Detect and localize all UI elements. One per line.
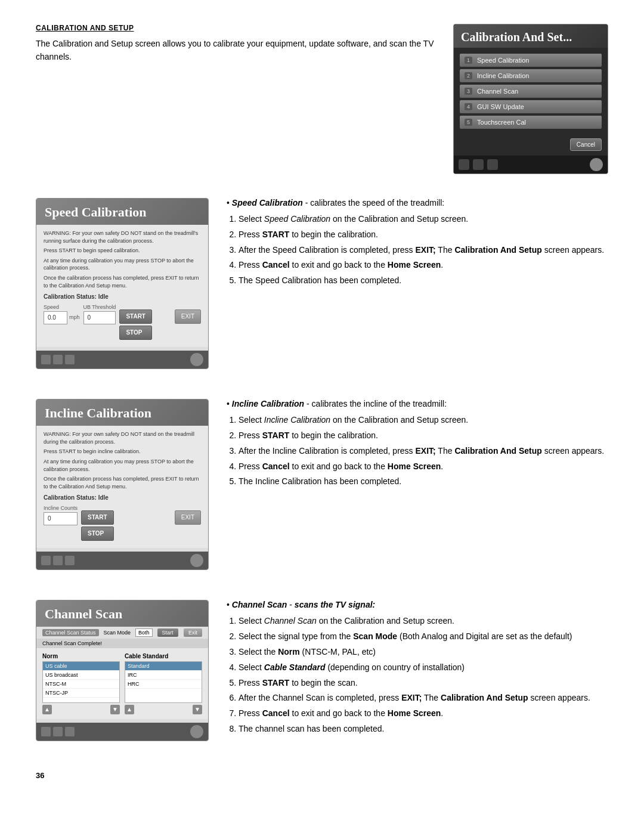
- norm-item-1[interactable]: US cable: [43, 662, 119, 671]
- channel-step-8: The channel scan has been completed.: [239, 722, 608, 736]
- std-item-3[interactable]: HRC: [125, 680, 202, 689]
- incline-exit-button[interactable]: EXIT: [175, 510, 201, 525]
- channel-step-6: After the Channel Scan is completed, pre…: [239, 691, 608, 705]
- speed-bottom-circle: [190, 353, 203, 366]
- speed-start-button[interactable]: START: [119, 309, 152, 324]
- norm-down-icon[interactable]: ▼: [110, 705, 120, 714]
- channel-scan-status-label: Channel Scan Status: [42, 629, 99, 636]
- speed-bottom-icon-3: [65, 355, 75, 364]
- incline-step-3: After the Incline Calibration is complet…: [239, 444, 608, 459]
- cal-menu-item-4[interactable]: 4 GUI SW Update: [460, 100, 602, 113]
- channel-step-2: Select the signal type from the Scan Mod…: [239, 630, 608, 644]
- incline-value[interactable]: 0: [44, 512, 78, 525]
- bottom-icon-3: [487, 159, 498, 170]
- channel-screen-title: Channel Scan: [36, 600, 208, 627]
- incline-counts-label: Incline Counts: [44, 504, 78, 512]
- incline-steps-list: Select Incline Calibration on the Calibr…: [227, 413, 608, 489]
- ub-threshold-value[interactable]: 0: [83, 311, 116, 324]
- speed-screen-title: Speed Calibration: [36, 199, 208, 225]
- speed-value[interactable]: 0.0: [44, 311, 67, 324]
- incline-calibration-section: Incline Calibration WARNING: For your ow…: [36, 399, 608, 570]
- channel-steps-list: Select Channel Scan on the Calibration a…: [227, 614, 608, 736]
- speed-exit-button[interactable]: EXIT: [175, 309, 201, 324]
- item-num-3: 3: [465, 88, 472, 95]
- channel-bottom-circle: [190, 725, 203, 738]
- incline-screen-bottom-bar: [36, 552, 208, 569]
- top-text: CALIBRATION AND SETUP The Calibration an…: [36, 24, 435, 174]
- incline-bottom-icon-2: [53, 556, 63, 565]
- cal-menu-item-1[interactable]: 1 Speed Calibration: [460, 54, 602, 67]
- speed-step-3: After the Speed Calibration is completed…: [239, 243, 608, 258]
- cal-menu-item-5[interactable]: 5 Touchscreen Cal: [460, 116, 602, 129]
- std-item-1[interactable]: Standard: [125, 662, 202, 671]
- incline-bottom-icon-3: [65, 556, 75, 565]
- incline-start-button[interactable]: START: [81, 510, 114, 525]
- incline-screen-title: Incline Calibration: [36, 400, 208, 426]
- norm-item-2[interactable]: US broadcast: [43, 671, 119, 680]
- incline-screen-body: WARNING: For your own safety DO NOT stan…: [36, 426, 208, 548]
- channel-scan-complete-row: Channel Scan Complete!: [36, 639, 208, 648]
- incline-press-start: Press START to begin incline calibration…: [44, 448, 201, 456]
- incline-stop-button[interactable]: STOP: [81, 527, 114, 541]
- channel-scan-status-row: Channel Scan Status Scan Mode Both Start…: [36, 627, 208, 639]
- cal-cancel-button[interactable]: Cancel: [570, 138, 602, 151]
- speed-step-4: Press Cancel to exit and go back to the …: [239, 258, 608, 272]
- std-down-icon[interactable]: ▼: [193, 705, 202, 714]
- cable-standard-header: Cable Standard: [125, 653, 202, 659]
- speed-status: Calibration Status: Idle: [44, 293, 201, 301]
- speed-stop-button[interactable]: STOP: [119, 326, 152, 340]
- speed-steps-list: Select Speed Calibration on the Calibrat…: [227, 212, 608, 288]
- channel-standard-col: Cable Standard Standard IRC HRC ▲ ▼: [125, 653, 202, 714]
- incline-bullet-title: • Incline Calibration - calibrates the i…: [227, 399, 608, 408]
- incline-bottom-icon-1: [41, 556, 51, 565]
- norm-item-3[interactable]: NTSC-M: [43, 680, 119, 689]
- speed-complete-note: Once the calibration process has complet…: [44, 274, 201, 289]
- channel-step-7: Press Cancel to exit and go back to the …: [239, 707, 608, 721]
- speed-warning: WARNING: For your own safety DO NOT stan…: [44, 230, 201, 244]
- item-label-4: GUI SW Update: [477, 103, 524, 110]
- speed-bullet-subtitle: calibrates the speed of the treadmill:: [310, 198, 444, 208]
- cal-bottom-bar: [454, 156, 608, 174]
- incline-bullet-subtitle: calibrates the incline of the treadmill:: [312, 399, 447, 408]
- page-number: 36: [36, 771, 608, 780]
- channel-step-4: Select Cable Standard (depending on coun…: [239, 661, 608, 675]
- item-label-1: Speed Calibration: [477, 57, 529, 64]
- speed-screen-body: WARNING: For your own safety DO NOT stan…: [36, 225, 208, 347]
- cal-menu-item-3[interactable]: 3 Channel Scan: [460, 85, 602, 98]
- norm-item-4[interactable]: NTSC-JP: [43, 689, 119, 698]
- incline-step-4: Press Cancel to exit and go back to the …: [239, 460, 608, 474]
- speed-bullet-title: • Speed Calibration - calibrates the spe…: [227, 198, 608, 208]
- std-item-2[interactable]: IRC: [125, 671, 202, 680]
- section-intro: The Calibration and Setup screen allows …: [36, 37, 435, 64]
- channel-scan-mode-dropdown[interactable]: Both: [135, 628, 153, 637]
- ub-threshold-label: UB Threshold: [83, 304, 116, 311]
- speed-screen-bottom-bar: [36, 351, 208, 368]
- item-num-4: 4: [465, 103, 472, 110]
- incline-step-1: Select Incline Calibration on the Calibr…: [239, 413, 608, 428]
- cal-menu-item-2[interactable]: 2 Incline Calibration: [460, 69, 602, 82]
- norm-header: Norm: [42, 653, 120, 659]
- channel-scan-complete-text: Channel Scan Complete!: [42, 640, 102, 646]
- channel-scan-description: • Channel Scan - scans the TV signal: Se…: [227, 600, 608, 737]
- speed-bottom-icon-2: [53, 355, 63, 364]
- incline-status: Calibration Status: Idle: [44, 494, 201, 502]
- channel-scan-exit-button[interactable]: Exit: [184, 628, 202, 637]
- norm-up-icon[interactable]: ▲: [42, 705, 52, 714]
- channel-step-5: Press START to begin the scan.: [239, 676, 608, 690]
- incline-step-2: Press START to begin the calibration.: [239, 429, 608, 443]
- speed-stop-note: At any time during calibration you may p…: [44, 257, 201, 272]
- norm-list: US cable US broadcast NTSC-M NTSC-JP: [42, 661, 120, 703]
- item-label-3: Channel Scan: [477, 88, 518, 95]
- section-heading: CALIBRATION AND SETUP: [36, 24, 435, 32]
- incline-warning: WARNING: For your own safety DO NOT stan…: [44, 431, 201, 445]
- speed-step-1: Select Speed Calibration on the Calibrat…: [239, 212, 608, 227]
- channel-step-3: Select the Norm (NTSC-M, PAL, etc): [239, 645, 608, 659]
- std-up-icon[interactable]: ▲: [125, 705, 134, 714]
- bottom-icon-1: [459, 159, 469, 170]
- channel-scan-mode-label: Scan Mode: [104, 630, 131, 636]
- incline-bottom-circle: [190, 554, 203, 567]
- top-section: CALIBRATION AND SETUP The Calibration an…: [36, 24, 608, 174]
- speed-label: Speed: [44, 304, 80, 311]
- standard-list: Standard IRC HRC: [125, 661, 202, 703]
- channel-scan-start-button[interactable]: Start: [157, 628, 178, 637]
